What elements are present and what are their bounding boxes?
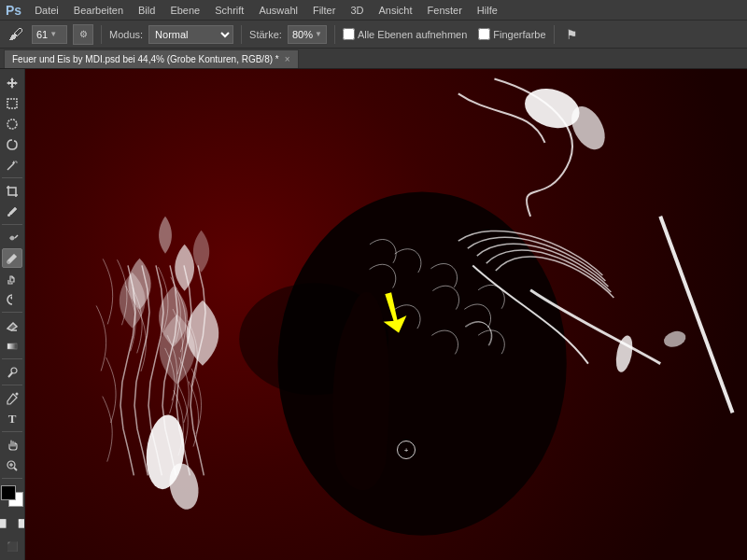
tool-move[interactable] [2, 73, 22, 92]
svg-rect-10 [7, 343, 17, 349]
staerke-dropdown-icon[interactable]: ▼ [315, 30, 322, 38]
svg-line-12 [8, 372, 12, 377]
options-bar: 🖌 61 ▼ ⚙ Modus: Normal Auflösen Abdunkel… [0, 21, 747, 49]
brush-size-value: 61 [36, 29, 48, 40]
svg-point-8 [7, 260, 10, 263]
main-layout: T ⬜ ⬜ ⬛ [0, 69, 747, 560]
menu-fenster[interactable]: Fenster [422, 3, 468, 18]
screen-mode-btn[interactable]: ⬛ [2, 537, 22, 556]
tool-separator-2 [2, 224, 22, 225]
document-tab-title: Feuer und Eis by MDI.psd bei 44,4% (Grob… [12, 54, 279, 64]
separator-4 [554, 25, 555, 44]
tab-bar: Feuer und Eis by MDI.psd bei 44,4% (Grob… [0, 49, 747, 69]
staerke-label: Stärke: [249, 29, 282, 40]
staerke-value: 80% [292, 29, 313, 40]
canvas-area[interactable]: ➘ [25, 69, 747, 560]
tool-eraser[interactable] [2, 315, 22, 335]
document-canvas[interactable] [25, 69, 747, 560]
tool-zoom[interactable] [2, 455, 22, 475]
svg-line-7 [15, 235, 18, 238]
tool-pen[interactable] [2, 388, 22, 408]
tool-marquee-ellipse[interactable] [2, 114, 22, 133]
modus-label: Modus: [109, 29, 143, 40]
brush-size-box[interactable]: 61 ▼ [32, 25, 67, 44]
menu-bar: Ps Datei Bearbeiten Bild Ebene Schrift A… [0, 0, 747, 21]
separator-1 [101, 25, 102, 44]
tool-separator-1 [2, 177, 22, 178]
tool-separator-3 [2, 312, 22, 313]
tool-eyedropper[interactable] [2, 202, 22, 221]
menu-ansicht[interactable]: Ansicht [373, 3, 417, 18]
fingerfarbe-checkbox[interactable] [478, 28, 490, 40]
menu-bearbeiten[interactable]: Bearbeiten [68, 3, 129, 18]
tool-brush[interactable] [2, 248, 22, 268]
tool-separator-4 [2, 358, 22, 359]
tool-magic-wand[interactable] [2, 155, 22, 175]
tool-marquee[interactable] [2, 93, 22, 113]
tool-clone-stamp[interactable] [2, 269, 22, 288]
svg-line-15 [14, 468, 17, 470]
brush-size-dropdown-icon[interactable]: ▼ [49, 30, 57, 38]
svg-marker-3 [12, 161, 15, 163]
tool-spot-healing[interactable] [2, 228, 22, 247]
left-toolbar: T ⬜ ⬜ ⬛ [0, 69, 25, 560]
menu-auswahl[interactable]: Auswahl [253, 3, 303, 18]
svg-point-11 [11, 368, 17, 373]
brush-panel-toggle[interactable]: ⚙ [73, 24, 93, 45]
alle-ebenen-checkbox[interactable] [343, 28, 355, 40]
alle-ebenen-label: Alle Ebenen aufnehmen [358, 29, 467, 40]
menu-ebene[interactable]: Ebene [164, 3, 205, 18]
tool-history-brush[interactable] [2, 289, 22, 309]
tool-separator-7 [2, 478, 22, 479]
standard-mode-btn[interactable]: ⬜ [0, 513, 12, 534]
tab-close-button[interactable]: × [285, 55, 290, 64]
color-swatch-group[interactable] [1, 485, 23, 507]
modus-select[interactable]: Normal Auflösen Abdunkeln Multiplizieren [148, 25, 233, 44]
tool-gradient[interactable] [2, 336, 22, 356]
menu-3d[interactable]: 3D [345, 3, 369, 18]
app-logo: Ps [6, 3, 21, 18]
alle-ebenen-group: Alle Ebenen aufnehmen [343, 28, 467, 40]
svg-line-2 [7, 163, 14, 170]
tool-hand[interactable] [2, 435, 22, 455]
type-icon-label: T [8, 412, 17, 427]
fingerfarbe-label: Fingerfarbe [493, 29, 545, 40]
menu-schrift[interactable]: Schrift [209, 3, 249, 18]
menu-bild[interactable]: Bild [133, 3, 161, 18]
menu-hilfe[interactable]: Hilfe [472, 3, 503, 18]
menu-datei[interactable]: Datei [29, 3, 64, 18]
svg-point-1 [7, 119, 17, 129]
tool-type[interactable]: T [2, 409, 22, 428]
separator-2 [241, 25, 242, 44]
brush-preset-icon[interactable]: 🖌 [6, 24, 26, 45]
pressure-icon[interactable]: ⚑ [562, 24, 583, 45]
tool-crop[interactable] [2, 181, 22, 201]
tool-separator-6 [2, 431, 22, 432]
tool-lasso[interactable] [2, 134, 22, 154]
staerke-box[interactable]: 80% ▼ [288, 25, 327, 44]
svg-point-6 [7, 214, 10, 217]
svg-point-13 [16, 392, 19, 395]
document-tab[interactable]: Feuer und Eis by MDI.psd bei 44,4% (Grob… [4, 49, 299, 68]
separator-3 [334, 25, 335, 44]
foreground-color-swatch[interactable] [1, 485, 16, 500]
menu-filter[interactable]: Filter [307, 3, 341, 18]
quick-mask-btn[interactable]: ⬜ [13, 513, 26, 534]
fingerfarbe-group: Fingerfarbe [478, 28, 545, 40]
tool-dodge[interactable] [2, 362, 22, 382]
tool-separator-5 [2, 385, 22, 385]
mask-mode-group: ⬜ ⬜ [0, 513, 25, 534]
svg-rect-0 [7, 99, 17, 108]
